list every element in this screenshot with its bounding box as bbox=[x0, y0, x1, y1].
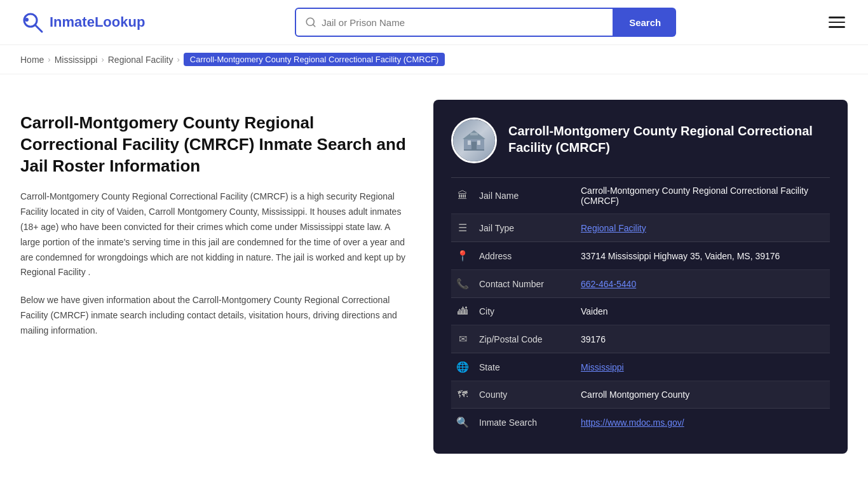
table-row: 🗺CountyCarroll Montgomery County bbox=[451, 381, 830, 409]
row-label: Jail Type bbox=[474, 214, 576, 242]
row-value: Carroll-Montgomery County Regional Corre… bbox=[576, 178, 830, 214]
row-label: City bbox=[474, 298, 576, 325]
row-label: Contact Number bbox=[474, 270, 576, 298]
row-icon: 📞 bbox=[451, 270, 474, 298]
row-label: Inmate Search bbox=[474, 409, 576, 437]
breadcrumb-state[interactable]: Mississippi bbox=[55, 55, 98, 65]
row-label: County bbox=[474, 381, 576, 409]
row-value: Vaiden bbox=[576, 298, 830, 325]
row-icon: 🗺 bbox=[451, 381, 474, 409]
table-row: 🌐StateMississippi bbox=[451, 353, 830, 381]
facility-header: Carroll-Montgomery County Regional Corre… bbox=[451, 118, 830, 163]
breadcrumb-type[interactable]: Regional Facility bbox=[108, 55, 173, 65]
facility-name: Carroll-Montgomery County Regional Corre… bbox=[508, 118, 830, 156]
row-value-link[interactable]: https://www.mdoc.ms.gov/ bbox=[581, 417, 684, 428]
facility-avatar bbox=[451, 118, 497, 163]
svg-rect-6 bbox=[468, 140, 471, 145]
svg-rect-7 bbox=[477, 140, 480, 145]
row-value: 39176 bbox=[576, 325, 830, 353]
hamburger-line-3 bbox=[829, 26, 845, 28]
breadcrumb-current: Carroll-Montgomery County Regional Corre… bbox=[184, 53, 445, 66]
search-icon bbox=[305, 17, 316, 28]
facility-avatar-image bbox=[453, 119, 495, 161]
row-value: 33714 Mississippi Highway 35, Vaiden, MS… bbox=[576, 242, 830, 270]
left-column: Carroll-Montgomery County Regional Corre… bbox=[20, 100, 433, 454]
row-label: Address bbox=[474, 242, 576, 270]
facility-card: Carroll-Montgomery County Regional Corre… bbox=[433, 100, 848, 454]
row-value-link[interactable]: Regional Facility bbox=[581, 223, 646, 233]
row-value: 662-464-5440 bbox=[576, 270, 830, 298]
site-header: InmateLookup Search bbox=[0, 0, 868, 45]
svg-rect-11 bbox=[464, 149, 484, 151]
search-button[interactable]: Search bbox=[614, 8, 676, 37]
table-row: 🔍Inmate Searchhttps://www.mdoc.ms.gov/ bbox=[451, 409, 830, 437]
logo-link[interactable]: InmateLookup bbox=[20, 10, 145, 34]
table-row: 📍Address33714 Mississippi Highway 35, Va… bbox=[451, 242, 830, 270]
row-value: Regional Facility bbox=[576, 214, 830, 242]
row-icon: 🏛 bbox=[451, 178, 474, 214]
svg-rect-10 bbox=[470, 133, 478, 135]
search-input[interactable] bbox=[322, 17, 604, 28]
row-icon: 🔍 bbox=[451, 409, 474, 437]
row-label: Zip/Postal Code bbox=[474, 325, 576, 353]
row-label: State bbox=[474, 353, 576, 381]
svg-point-2 bbox=[25, 18, 29, 22]
breadcrumb-sep-3: › bbox=[177, 55, 179, 64]
row-label: Jail Name bbox=[474, 178, 576, 214]
search-area: Search bbox=[295, 8, 676, 37]
logo-icon bbox=[20, 10, 44, 34]
breadcrumb-home[interactable]: Home bbox=[20, 55, 44, 65]
facility-info-table: 🏛Jail NameCarroll-Montgomery County Regi… bbox=[451, 177, 830, 436]
hamburger-line-2 bbox=[829, 22, 845, 24]
hamburger-button[interactable] bbox=[826, 14, 848, 30]
table-row: ✉Zip/Postal Code39176 bbox=[451, 325, 830, 353]
row-value: Carroll Montgomery County bbox=[576, 381, 830, 409]
row-icon: 📍 bbox=[451, 242, 474, 270]
logo-text: InmateLookup bbox=[50, 14, 145, 30]
table-row: 🏛Jail NameCarroll-Montgomery County Regi… bbox=[451, 178, 830, 214]
table-row: ☰Jail TypeRegional Facility bbox=[451, 214, 830, 242]
row-value: https://www.mdoc.ms.gov/ bbox=[576, 409, 830, 437]
table-row: 🏙CityVaiden bbox=[451, 298, 830, 325]
page-title: Carroll-Montgomery County Regional Corre… bbox=[20, 112, 408, 177]
svg-line-4 bbox=[313, 24, 315, 26]
svg-line-1 bbox=[35, 25, 42, 32]
page-description-2: Below we have given information about th… bbox=[20, 293, 408, 338]
row-icon: 🏙 bbox=[451, 298, 474, 325]
row-icon: ✉ bbox=[451, 325, 474, 353]
row-icon: 🌐 bbox=[451, 353, 474, 381]
search-input-wrapper bbox=[295, 8, 614, 37]
page-description-1: Carroll-Montgomery County Regional Corre… bbox=[20, 189, 408, 280]
table-row: 📞Contact Number662-464-5440 bbox=[451, 270, 830, 298]
row-value: Mississippi bbox=[576, 353, 830, 381]
row-value-link[interactable]: 662-464-5440 bbox=[581, 279, 636, 289]
breadcrumb-sep-2: › bbox=[101, 55, 104, 64]
row-icon: ☰ bbox=[451, 214, 474, 242]
breadcrumb-sep-1: › bbox=[48, 55, 50, 64]
main-content: Carroll-Montgomery County Regional Corre… bbox=[0, 74, 868, 479]
svg-rect-8 bbox=[471, 142, 477, 151]
hamburger-line-1 bbox=[829, 17, 845, 18]
row-value-link[interactable]: Mississippi bbox=[581, 362, 624, 372]
breadcrumb: Home › Mississippi › Regional Facility ›… bbox=[0, 45, 868, 74]
